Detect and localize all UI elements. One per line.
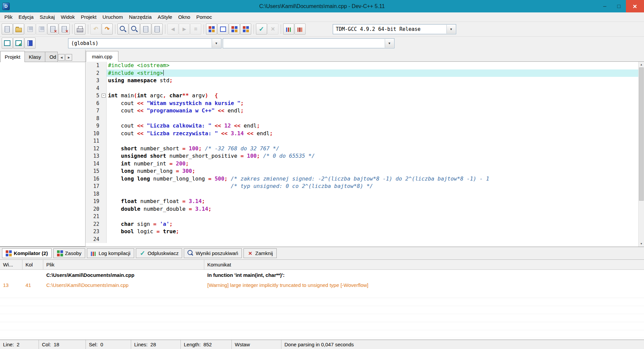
profiling-analysis-button[interactable] [294, 23, 306, 35]
new-source-button[interactable] [2, 23, 13, 35]
gutter[interactable]: 21 [86, 213, 107, 220]
compiler-select[interactable]: TDM-GCC 4.9.2 64-bit Release [333, 24, 456, 34]
code-line-12[interactable]: 12 short number_short = 100; /* -32 768 … [86, 145, 638, 153]
menu-item-widok[interactable]: Widok [58, 13, 78, 21]
gutter[interactable]: 6 [86, 100, 107, 107]
code-editor[interactable]: 1#include <iostream>2#include <string>3u… [86, 62, 644, 247]
code-line-2[interactable]: 2#include <string> [86, 69, 638, 77]
close-file-button[interactable] [47, 23, 58, 35]
gutter[interactable]: 11 [86, 137, 107, 145]
close-panel-button[interactable]: Zamknij [244, 248, 277, 258]
gutter[interactable]: 15 [86, 167, 107, 175]
gutter[interactable]: 23 [86, 228, 107, 236]
editor-scrollbar[interactable] [638, 62, 644, 247]
menu-item-uruchom[interactable]: Uruchom [100, 13, 126, 21]
menu-item-pomoc[interactable]: Pomoc [193, 13, 215, 21]
redo-button[interactable] [102, 23, 113, 35]
tab-kompilator[interactable]: Kompilator (2) [2, 248, 52, 258]
code-line-4[interactable]: 4 [86, 85, 638, 92]
code-line-7[interactable]: 7 cout << "programowania w C++" << endl; [86, 107, 638, 115]
close-all-button[interactable] [59, 23, 70, 35]
message-row-warning[interactable]: 13 41 C:\Users\Kamil\Documents\main.cpp … [0, 280, 644, 290]
column-header-file[interactable]: Plik [43, 260, 204, 269]
gutter[interactable]: 9 [86, 122, 107, 130]
code-line-23[interactable]: 23 bool logic = true; [86, 228, 638, 236]
tab-odpluskwiacz[interactable]: Od [45, 52, 58, 62]
gutter[interactable]: 14 [86, 160, 107, 168]
code-line-10[interactable]: 10 cout << "Liczba rzeczywista: " << 3.1… [86, 130, 638, 138]
gutter[interactable]: 2 [86, 69, 107, 77]
code-line-8[interactable]: 8 [86, 115, 638, 122]
menu-item-projekt[interactable]: Projekt [78, 13, 100, 21]
code-line-3[interactable]: 3using namespace std; [86, 77, 638, 85]
code-line-15[interactable]: 15 long number_long = 300; [86, 167, 638, 175]
gutter[interactable]: 8 [86, 115, 107, 122]
code-line-11[interactable]: 11 [86, 137, 638, 145]
globals-select[interactable]: (globals) [68, 38, 221, 48]
project-properties-button[interactable] [24, 38, 36, 49]
menu-item-edycja[interactable]: Edycja [15, 13, 37, 21]
gutter[interactable]: 17 [86, 183, 107, 190]
gutter[interactable]: 16 [86, 175, 107, 183]
compile-button[interactable] [206, 23, 217, 35]
code-line-1[interactable]: 1#include <iostream> [86, 62, 638, 69]
tab-log-kompilacji[interactable]: Log kompilacji [87, 248, 134, 258]
code-line-17[interactable]: 17 /* typ unsigned: 0 co 2^(liczba bajto… [86, 183, 638, 190]
code-line-5[interactable]: 5int main(int argc, char** argv) { [86, 92, 638, 100]
tab-wyniki-poszukiwan[interactable]: Wyniki poszukiwań [184, 248, 242, 258]
scroll-down-button[interactable] [639, 241, 644, 247]
fold-marker[interactable] [102, 94, 106, 98]
gutter[interactable]: 1 [86, 62, 107, 69]
gutter[interactable]: 20 [86, 205, 107, 213]
find-button[interactable] [117, 23, 128, 35]
scrollbar-thumb[interactable] [639, 67, 644, 201]
gutter[interactable]: 22 [86, 220, 107, 228]
tab-main-cpp[interactable]: main.cpp [86, 51, 118, 62]
code-line-22[interactable]: 22 char sign = 'a'; [86, 220, 638, 228]
members-select[interactable] [223, 38, 394, 48]
chevron-down-icon[interactable] [212, 39, 221, 48]
code-line-6[interactable]: 6 cout << "Witam wszystkich na kursie "; [86, 100, 638, 107]
code-line-19[interactable]: 19 float number_float = 3.14; [86, 198, 638, 205]
code-line-16[interactable]: 16 long long number_long_long = 500; /* … [86, 175, 638, 183]
message-row[interactable]: C:\Users\Kamil\Documents\main.cpp In fun… [0, 270, 644, 280]
tab-odpluskwiacz-bottom[interactable]: Odpluskwiacz [136, 248, 182, 258]
tab-zasoby[interactable]: Zasoby [53, 248, 85, 258]
close-button[interactable] [626, 0, 644, 12]
gutter[interactable]: 18 [86, 190, 107, 198]
code-line-24[interactable]: 24 [86, 236, 638, 243]
menu-item-narzedzia[interactable]: Narzędzia [126, 13, 155, 21]
syntax-check-button[interactable] [256, 23, 267, 35]
code-line-18[interactable]: 18 [86, 190, 638, 198]
gutter[interactable]: 12 [86, 145, 107, 153]
print-button[interactable] [74, 23, 86, 35]
code-line-13[interactable]: 13 unsigned short number_short_positive … [86, 152, 638, 160]
rebuild-all-button[interactable] [240, 23, 251, 35]
menu-item-plik[interactable]: Plik [1, 13, 15, 21]
scroll-up-button[interactable] [639, 62, 644, 67]
column-header-message[interactable]: Komunikat [204, 260, 644, 269]
column-header-line[interactable]: Wi... [0, 260, 22, 269]
gutter[interactable]: 19 [86, 198, 107, 205]
code-lines[interactable]: 1#include <iostream>2#include <string>3u… [86, 62, 638, 247]
code-line-20[interactable]: 20 double number_double = 3.14; [86, 205, 638, 213]
chevron-down-icon[interactable] [385, 39, 394, 48]
project-tree[interactable] [0, 62, 85, 247]
menu-item-astyle[interactable]: AStyle [155, 13, 175, 21]
minimize-button[interactable] [598, 0, 612, 12]
remove-from-project-button[interactable] [13, 38, 24, 49]
compile-and-run-button[interactable] [229, 23, 240, 35]
code-line-9[interactable]: 9 cout << "Liczba calkowita: " << 12 << … [86, 122, 638, 130]
menu-item-okno[interactable]: Okno [175, 13, 193, 21]
add-to-project-button[interactable] [2, 38, 13, 49]
gutter[interactable]: 13 [86, 152, 107, 160]
gutter[interactable]: 24 [86, 236, 107, 243]
column-header-col[interactable]: Kol [22, 260, 43, 269]
gutter[interactable]: 7 [86, 107, 107, 115]
tab-projekt[interactable]: Projekt [0, 51, 25, 62]
tab-scroll-left-button[interactable] [58, 54, 65, 61]
code-line-21[interactable]: 21 [86, 213, 638, 220]
gutter[interactable]: 3 [86, 77, 107, 85]
goto-line-button[interactable] [152, 23, 163, 35]
run-button[interactable] [217, 23, 228, 35]
